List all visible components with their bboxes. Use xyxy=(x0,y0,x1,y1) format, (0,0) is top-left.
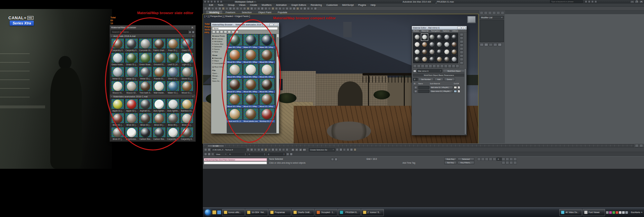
workspace-dropdown[interactable]: Workspace: Default▼ xyxy=(234,0,257,3)
array-icon[interactable] xyxy=(282,148,285,151)
menu-item[interactable]: Group xyxy=(225,4,237,7)
submaterial-color-swatch[interactable] xyxy=(454,90,457,93)
network-icon[interactable] xyxy=(622,211,625,214)
material-thumbnail[interactable]: Brightness.. xyxy=(125,127,138,141)
adaptive-degradation-icon[interactable] xyxy=(290,153,293,156)
new-layer-icon[interactable] xyxy=(250,148,253,151)
window-titlebar[interactable]: Material/Map Browser - _Materiales avanz… xyxy=(211,23,279,26)
vertical-scrollbar[interactable] xyxy=(276,34,279,133)
show-option[interactable]: Incompatible xyxy=(212,62,227,65)
material-thumbnail[interactable]: Grass 01 (.. xyxy=(125,52,138,66)
new-scene-icon[interactable] xyxy=(207,0,210,3)
zoom-extents-all-icon[interactable] xyxy=(513,158,517,161)
curve-editor-icon[interactable] xyxy=(296,7,299,10)
time-slider[interactable]: 0 / 100 xyxy=(207,145,224,147)
align-camera-icon[interactable] xyxy=(268,148,271,151)
selection-filter-icon[interactable] xyxy=(222,7,225,10)
configure-modifier-sets-icon[interactable] xyxy=(498,43,502,46)
taskbar-button[interactable]: Z_Iconos I 5... xyxy=(361,209,384,216)
sample-slot[interactable] xyxy=(450,56,458,63)
material-thumbnail[interactable]: Wood 02 ( VRay xyxy=(243,49,259,64)
material-id-channel-icon[interactable] xyxy=(436,65,440,68)
material-thumbnail[interactable]: Water 08 ( VRay xyxy=(259,34,275,49)
infocenter-search-input[interactable] xyxy=(550,0,583,3)
sample-slot[interactable] xyxy=(443,41,450,48)
spacing-tool-icon[interactable] xyxy=(275,148,278,151)
sample-slot[interactable] xyxy=(421,33,428,41)
set-number-button[interactable]: Set Number xyxy=(418,78,434,81)
material-thumbnail[interactable]: Wood 10 ( VRay xyxy=(227,93,243,108)
render-production-icon[interactable] xyxy=(314,7,317,10)
internet-browser-icon[interactable] xyxy=(217,210,221,214)
material-thumbnail[interactable]: Metal 02 (.. xyxy=(125,66,138,80)
add-button[interactable]: Add xyxy=(434,78,443,81)
reference-coordinate-system-icon[interactable] xyxy=(250,7,253,10)
grid-snap-icon[interactable] xyxy=(286,153,289,156)
sample-slot[interactable] xyxy=(428,41,436,48)
material-thumbnail[interactable]: Wood end 01 ( 1 xyxy=(227,108,243,123)
menu-item[interactable]: Plugins xyxy=(356,4,368,7)
file-menu-item[interactable]: Save... xyxy=(212,77,227,80)
macro-recorder-row[interactable]: PainterInterface End Paint Session xyxy=(204,158,267,161)
hierarchy-icon[interactable] xyxy=(488,11,492,14)
material-thumbnail[interactable]: Wood 01 (.. xyxy=(180,80,194,95)
put-to-library-icon[interactable] xyxy=(432,65,436,68)
view-mode-icon[interactable] xyxy=(192,35,194,37)
select-and-rotate-icon[interactable] xyxy=(243,7,246,10)
taskbar-button[interactable]: Occupied - 1... xyxy=(315,209,337,216)
sample-slot[interactable] xyxy=(436,48,443,56)
sample-slot[interactable] xyxy=(428,33,436,41)
named-sets-icon[interactable] xyxy=(336,148,339,151)
material-editor-icon[interactable] xyxy=(303,7,306,10)
swift-loop-icon[interactable] xyxy=(343,148,346,151)
next-frame-icon[interactable] xyxy=(489,158,492,161)
prompt-toggle-icon[interactable] xyxy=(208,148,211,151)
material-thumbnail[interactable]: Wood 09 ( VRay xyxy=(259,78,275,93)
display-small-icons-icon[interactable] xyxy=(220,31,223,33)
browse-from-option[interactable]: Mtl Library xyxy=(212,38,227,40)
next-frame-icon[interactable] xyxy=(639,144,643,147)
viewcube[interactable] xyxy=(467,16,476,23)
material-color-swatch[interactable] xyxy=(413,70,416,72)
material-thumbnail[interactable]: Wood 07 ( VRay xyxy=(227,78,243,93)
hidden-icons-chevron-icon[interactable] xyxy=(606,211,609,214)
zoom-all-icon[interactable] xyxy=(506,158,509,161)
help-icon[interactable] xyxy=(594,0,597,3)
browse-from-option[interactable]: Active Slot xyxy=(212,43,227,45)
taskbar-button[interactable]: 16-0304_Vivi... xyxy=(245,209,268,216)
conform-icon[interactable] xyxy=(354,148,356,151)
submaterial-onoff-checkbox[interactable]: ✓ xyxy=(458,86,460,89)
material-thumbnail[interactable]: Steel 01 (.. xyxy=(166,66,180,80)
show-shaded-material-in-viewport-icon[interactable] xyxy=(440,65,444,68)
menu-item[interactable]: Views xyxy=(237,4,248,7)
material-thumbnail[interactable]: Wall inside.. xyxy=(152,80,166,95)
sample-slot[interactable] xyxy=(421,41,428,48)
graphite-ribbon-toggle-icon[interactable] xyxy=(293,7,296,10)
app-green-icon[interactable] xyxy=(612,211,615,214)
material-thumbnail[interactable]: Stucco 02.. xyxy=(125,80,138,95)
pan-view-icon[interactable] xyxy=(506,161,509,164)
material-thumbnail[interactable]: Water 06 ( VRay xyxy=(227,34,243,49)
sample-slot[interactable] xyxy=(450,41,458,48)
mirror-icon[interactable] xyxy=(254,148,257,151)
active-layer-field[interactable]: A-06-A2N_F... Techos 8 xyxy=(211,148,246,151)
material-thumbnail[interactable]: Water 01 (.. xyxy=(166,80,180,95)
ribbon-tab[interactable]: Object Paint xyxy=(255,11,275,14)
select-and-manipulate-icon[interactable] xyxy=(257,7,260,10)
material-map-navigator-icon[interactable] xyxy=(460,61,463,65)
material-preview-icon[interactable] xyxy=(212,31,215,33)
material-thumbnail[interactable]: Light 01 (.. xyxy=(180,52,194,66)
axis-constraint-button[interactable]: Y xyxy=(295,148,298,151)
clear-all-icon[interactable] xyxy=(232,31,235,33)
rectangular-selection-region-icon[interactable] xyxy=(232,7,235,10)
sample-slot[interactable] xyxy=(443,33,450,41)
normal-align-icon[interactable] xyxy=(264,148,267,151)
material-thumbnail[interactable]: Wood 03 ( VRay xyxy=(259,49,275,64)
view-mode-icon[interactable] xyxy=(192,95,194,98)
window-titlebar[interactable]: Material/Map Browser ✕ xyxy=(110,25,195,30)
sign-in-icon[interactable] xyxy=(591,0,594,3)
material-thumbnail[interactable]: Glass froste.. xyxy=(111,52,125,66)
sample-uv-tiling-icon[interactable] xyxy=(460,44,463,47)
material-thumbnail[interactable]: Ground 01.. xyxy=(152,52,166,66)
close-icon[interactable]: ✕ xyxy=(274,23,278,26)
